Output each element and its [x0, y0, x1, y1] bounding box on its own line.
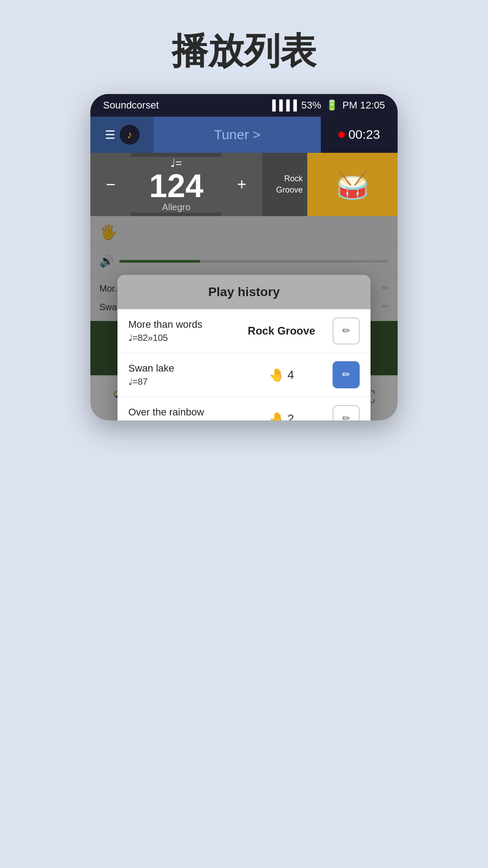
menu-button[interactable]: ☰ — [90, 117, 154, 153]
minus-icon: − — [106, 175, 115, 194]
battery-percent: 53% — [301, 99, 321, 111]
song-bpm-3: ♩=72 — [128, 420, 230, 420]
song-info-3: Over the rainbow ♩=72 — [128, 406, 230, 420]
song-info-1: More than words ♩=82»105 — [128, 319, 230, 343]
edit-button-2[interactable]: ✏ — [333, 361, 360, 388]
song-name-2: Swan lake — [128, 363, 230, 374]
bottom-space — [0, 420, 488, 511]
bpm-plus-button[interactable]: + — [221, 153, 262, 216]
song-beat-3: 🤚 2 — [230, 411, 333, 421]
song-bpm-1: ♩=82»105 — [128, 332, 230, 343]
bpm-display: ♩= 124 Allegro — [131, 157, 221, 212]
beat-hand-2: 🤚 — [269, 368, 285, 382]
modal-row-1[interactable]: More than words ♩=82»105 Rock Groove ✏ — [117, 309, 371, 353]
drum-icon: 🥁 — [336, 169, 370, 201]
status-bar: Soundcorset ▐▐▐▐ 53% 🔋 PM 12:05 — [90, 94, 398, 117]
beat-num-2: 4 — [287, 368, 294, 382]
tempo-label: Allegro — [162, 202, 190, 212]
play-history-modal: Play history More than words ♩=82»105 Ro… — [117, 275, 371, 420]
timer-value: 00:23 — [348, 127, 380, 142]
phone-frame: Soundcorset ▐▐▐▐ 53% 🔋 PM 12:05 ☰ Tuner … — [90, 94, 398, 420]
music-note-icon — [120, 125, 140, 145]
signal-icon: ▐▐▐▐ — [268, 99, 296, 111]
tuner-button[interactable]: Tuner > — [154, 117, 321, 153]
song-name-3: Over the rainbow — [128, 406, 230, 418]
song-beat-2: 🤚 4 — [230, 368, 333, 382]
status-right: ▐▐▐▐ 53% 🔋 PM 12:05 — [268, 99, 385, 111]
timer-display: 00:23 — [321, 117, 398, 153]
modal-row-3[interactable]: Over the rainbow ♩=72 🤚 2 ✏ — [117, 397, 371, 420]
pencil-icon-2: ✏ — [342, 369, 350, 381]
beat-hand-3: 🤚 — [269, 411, 285, 421]
top-toolbar: ☰ Tuner > 00:23 — [90, 117, 398, 153]
modal-title: Play history — [208, 285, 280, 299]
app-name: Soundcorset — [103, 99, 159, 111]
style-label: Rock Groove — [262, 153, 307, 216]
metronome-section: − ♩= 124 Allegro + Rock Groove 🥁 — [90, 153, 398, 216]
edit-button-1[interactable]: ✏ — [333, 317, 360, 344]
modal-row-2[interactable]: Swan lake ♩=87 🤚 4 ✏ — [117, 353, 371, 397]
bpm-value: 124 — [149, 170, 203, 202]
beat-num-3: 2 — [287, 412, 294, 421]
song-info-2: Swan lake ♩=87 — [128, 363, 230, 387]
song-genre-1: Rock Groove — [230, 325, 333, 337]
pencil-icon-1: ✏ — [342, 325, 350, 337]
status-time: PM 12:05 — [343, 99, 385, 111]
modal-list: More than words ♩=82»105 Rock Groove ✏ S… — [117, 309, 371, 420]
hamburger-icon: ☰ — [105, 128, 115, 142]
song-bpm-2: ♩=87 — [128, 376, 230, 387]
modal-overlay: Play history More than words ♩=82»105 Ro… — [90, 216, 398, 420]
rec-dot — [338, 132, 345, 138]
metro-left: − ♩= 124 Allegro + — [90, 153, 262, 216]
bpm-minus-button[interactable]: − — [90, 153, 131, 216]
plus-icon: + — [237, 175, 246, 194]
song-name-1: More than words — [128, 319, 230, 330]
app-body: 🖐 🔊 Mor... ♩=8... ✏ Swa... ♩=8... ✏ — [90, 216, 398, 420]
pencil-icon-3: ✏ — [342, 413, 350, 420]
page-title: 播放列表 — [0, 0, 488, 94]
tuner-label: Tuner > — [214, 127, 260, 142]
battery-icon: 🔋 — [326, 99, 338, 111]
drum-pattern-button[interactable]: 🥁 — [307, 153, 398, 216]
modal-header: Play history — [117, 275, 371, 309]
edit-button-3[interactable]: ✏ — [333, 405, 360, 420]
